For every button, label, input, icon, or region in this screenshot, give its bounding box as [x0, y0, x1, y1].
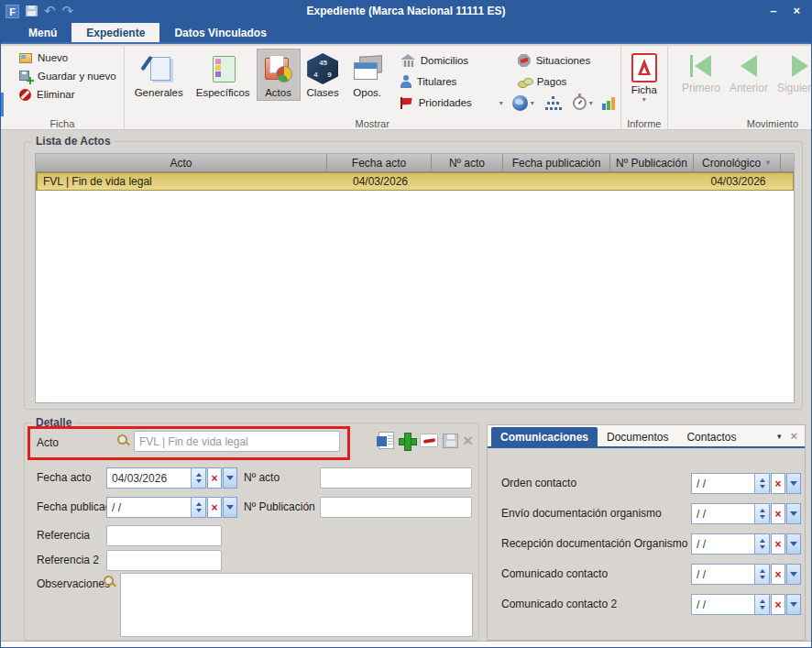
- tab-comunicaciones[interactable]: Comunicaciones: [491, 427, 598, 446]
- situaciones-button[interactable]: Situaciones: [514, 51, 594, 70]
- domicilios-button[interactable]: Domicilios: [397, 51, 514, 70]
- prioridades-button[interactable]: Prioridades: [397, 93, 499, 112]
- status-strip: [1, 641, 811, 647]
- eliminar-button[interactable]: Eliminar: [16, 85, 120, 104]
- orden-contacto-calendar-button[interactable]: [786, 473, 801, 494]
- ficha-informe-button[interactable]: Ficha ▾: [625, 49, 664, 106]
- document-icon[interactable]: [379, 432, 394, 449]
- sort-descending-icon: ▼: [764, 159, 772, 167]
- fecha-acto-label: Fecha acto: [37, 471, 91, 484]
- fecha-acto-input[interactable]: 04/03/2026: [106, 467, 192, 489]
- envio-documentacion-spinner[interactable]: [755, 503, 770, 524]
- undo-icon[interactable]: ↶: [44, 5, 56, 17]
- referencia2-input[interactable]: [106, 550, 222, 571]
- siguiente-button[interactable]: Siguiente: [773, 49, 812, 116]
- pagos-button[interactable]: Pagos: [514, 72, 571, 91]
- column-header-n-publicacion[interactable]: Nº Publicación: [610, 154, 694, 172]
- recepcion-documentacion-control: / / ×: [691, 533, 801, 555]
- stopwatch-caret-icon[interactable]: ▾: [589, 99, 593, 107]
- orden-contacto-clear-button[interactable]: ×: [771, 473, 785, 494]
- prioridades-caret-icon[interactable]: ▾: [499, 99, 503, 107]
- column-header-n-acto[interactable]: Nº acto: [432, 154, 503, 172]
- titulares-button[interactable]: Titulares: [397, 72, 514, 91]
- envio-documentacion-control: / / ×: [691, 503, 801, 524]
- add-icon[interactable]: [399, 433, 415, 449]
- envio-documentacion-calendar-button[interactable]: [786, 503, 801, 524]
- opos-window-icon: [352, 53, 383, 84]
- actos-button[interactable]: Actos: [257, 49, 301, 101]
- panel-close-icon[interactable]: ×: [790, 429, 797, 443]
- comunicado-contacto-clear-button[interactable]: ×: [771, 564, 785, 585]
- tab-documentos[interactable]: Documentos: [598, 427, 677, 446]
- remove-icon[interactable]: [420, 434, 438, 447]
- fecha-acto-spinner[interactable]: [192, 467, 206, 489]
- ribbon-group-ficha: Nuevo Guardar y nuevo Eliminar Ficha: [1, 46, 124, 129]
- minimize-button[interactable]: –: [770, 4, 776, 18]
- stopwatch-button[interactable]: [573, 96, 587, 110]
- column-header-cronologico[interactable]: Cronológico ▼: [694, 154, 781, 172]
- fecha-publicacion-input[interactable]: / /: [106, 497, 192, 518]
- recepcion-documentacion-calendar-button[interactable]: [786, 533, 801, 555]
- acto-input[interactable]: FVL | Fin de vida legal: [134, 431, 340, 452]
- observaciones-label: Observaciones: [37, 577, 110, 590]
- recepcion-documentacion-spinner[interactable]: [755, 533, 770, 555]
- comunicado-contacto-calendar-button[interactable]: [786, 564, 801, 585]
- cancel-disabled-icon[interactable]: ×: [463, 433, 473, 449]
- hierarchy-button[interactable]: [545, 96, 562, 110]
- table-row-selected[interactable]: FVL | Fin de vida legal 04/03/2026 04/03…: [36, 172, 794, 191]
- tab-menu[interactable]: Menú: [14, 23, 71, 42]
- primero-button[interactable]: Primero: [677, 49, 725, 116]
- guardar-y-nuevo-button[interactable]: Guardar y nuevo: [16, 67, 120, 85]
- ribbon-tabbar: Menú Expediente Datos Vinculados: [1, 21, 811, 44]
- globe-button[interactable]: [512, 95, 528, 111]
- fecha-acto-calendar-button[interactable]: [223, 467, 237, 489]
- tab-expediente[interactable]: Expediente: [71, 23, 159, 42]
- bar-chart-button[interactable]: [602, 96, 617, 110]
- column-header-fecha-acto[interactable]: Fecha acto: [327, 154, 432, 172]
- orden-contacto-input[interactable]: / /: [691, 473, 755, 494]
- close-button[interactable]: ×: [793, 4, 800, 18]
- especificos-button[interactable]: Específicos: [190, 49, 257, 101]
- comunicado-contacto2-input[interactable]: / /: [691, 594, 755, 615]
- fecha-publicacion-clear-button[interactable]: ×: [207, 497, 222, 518]
- anterior-button[interactable]: Anterior: [725, 49, 773, 116]
- redo-icon[interactable]: ↷: [62, 5, 74, 17]
- envio-documentacion-clear-button[interactable]: ×: [771, 503, 785, 524]
- comunicado-contacto2-calendar-button[interactable]: [786, 594, 801, 615]
- ficha-informe-caret-icon[interactable]: ▾: [642, 95, 646, 104]
- nuevo-button[interactable]: Nuevo: [16, 49, 120, 67]
- siguiente-label: Siguiente: [777, 82, 812, 94]
- recepcion-documentacion-clear-button[interactable]: ×: [771, 533, 785, 555]
- n-publicacion-input[interactable]: [320, 497, 472, 518]
- clases-label: Clases: [307, 87, 339, 98]
- save-disabled-icon[interactable]: [443, 434, 458, 448]
- comunicado-contacto-input[interactable]: / /: [691, 564, 755, 585]
- comunicado-contacto-spinner[interactable]: [755, 564, 770, 585]
- tab-datos-vinculados[interactable]: Datos Vinculados: [159, 23, 280, 42]
- observaciones-search-icon[interactable]: [104, 576, 116, 588]
- envio-documentacion-input[interactable]: / /: [691, 503, 755, 524]
- column-header-acto[interactable]: Acto: [36, 154, 327, 172]
- quick-save-icon[interactable]: [26, 5, 38, 16]
- panel-menu-caret-icon[interactable]: ▾: [777, 432, 782, 441]
- lista-de-actos-groupbox: Lista de Actos Acto Fecha acto Nº acto F…: [24, 141, 803, 410]
- comunicado-contacto2-spinner[interactable]: [755, 594, 770, 615]
- n-acto-input[interactable]: [320, 467, 472, 489]
- globe-caret-icon[interactable]: ▾: [531, 99, 534, 107]
- clases-button[interactable]: 45 4 9 Clases: [301, 49, 346, 101]
- orden-contacto-spinner[interactable]: [755, 473, 770, 494]
- column-header-fecha-publicacion[interactable]: Fecha publicación: [503, 154, 610, 172]
- fecha-publicacion-spinner[interactable]: [192, 497, 206, 518]
- observaciones-textarea[interactable]: [120, 573, 473, 637]
- referencia-input[interactable]: [106, 525, 222, 546]
- acto-search-icon[interactable]: [117, 434, 130, 447]
- comunicado-contacto2-clear-button[interactable]: ×: [771, 594, 785, 615]
- generales-button[interactable]: Generales: [128, 49, 190, 101]
- fecha-publicacion-calendar-button[interactable]: [223, 497, 237, 518]
- fecha-acto-clear-button[interactable]: ×: [207, 467, 222, 489]
- prioridades-label: Prioridades: [419, 97, 472, 108]
- opos-button[interactable]: Opos.: [346, 49, 390, 101]
- tab-contactos[interactable]: Contactos: [677, 427, 745, 446]
- recepcion-documentacion-input[interactable]: / /: [691, 533, 755, 555]
- especificos-icon: [207, 53, 238, 84]
